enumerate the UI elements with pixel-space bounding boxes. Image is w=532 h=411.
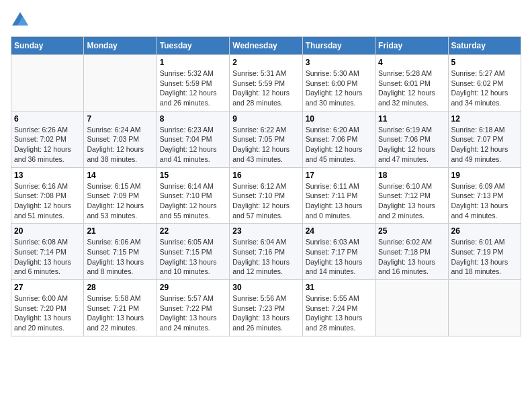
day-number: 11 — [378, 114, 445, 124]
day-number: 7 — [87, 114, 153, 124]
day-info: Sunrise: 5:58 AMSunset: 7:21 PMDaylight:… — [87, 293, 153, 333]
calendar-cell: 2Sunrise: 5:31 AMSunset: 5:59 PMDaylight… — [230, 55, 302, 111]
day-info: Sunrise: 6:23 AMSunset: 7:04 PMDaylight:… — [160, 125, 226, 165]
calendar-cell: 17Sunrise: 6:11 AMSunset: 7:11 PMDayligh… — [302, 167, 375, 224]
day-number: 3 — [306, 58, 372, 67]
day-info: Sunrise: 6:14 AMSunset: 7:10 PMDaylight:… — [160, 181, 226, 221]
calendar-cell — [375, 280, 448, 336]
calendar-cell — [84, 55, 157, 111]
logo — [11, 11, 32, 30]
day-info: Sunrise: 6:10 AMSunset: 7:12 PMDaylight:… — [378, 181, 445, 221]
calendar-cell: 5Sunrise: 5:27 AMSunset: 6:02 PMDaylight… — [448, 55, 521, 111]
day-number: 4 — [378, 58, 445, 67]
day-info: Sunrise: 6:03 AMSunset: 7:17 PMDaylight:… — [306, 237, 372, 277]
calendar-header-wednesday: Wednesday — [230, 37, 302, 55]
logo-icon — [11, 11, 30, 30]
day-info: Sunrise: 5:32 AMSunset: 5:59 PMDaylight:… — [160, 68, 226, 108]
calendar-cell: 8Sunrise: 6:23 AMSunset: 7:04 PMDaylight… — [157, 111, 229, 167]
day-number: 23 — [232, 226, 299, 236]
calendar-cell: 1Sunrise: 5:32 AMSunset: 5:59 PMDaylight… — [157, 55, 229, 111]
day-info: Sunrise: 6:01 AMSunset: 7:19 PMDaylight:… — [451, 237, 518, 277]
day-info: Sunrise: 5:55 AMSunset: 7:24 PMDaylight:… — [306, 293, 372, 333]
day-info: Sunrise: 6:04 AMSunset: 7:16 PMDaylight:… — [232, 237, 299, 277]
day-number: 2 — [232, 58, 299, 67]
calendar-header-saturday: Saturday — [448, 37, 521, 55]
day-info: Sunrise: 6:11 AMSunset: 7:11 PMDaylight:… — [306, 181, 372, 221]
calendar-cell: 21Sunrise: 6:06 AMSunset: 7:15 PMDayligh… — [84, 224, 157, 280]
day-info: Sunrise: 6:15 AMSunset: 7:09 PMDaylight:… — [87, 181, 153, 221]
calendar-cell: 24Sunrise: 6:03 AMSunset: 7:17 PMDayligh… — [302, 224, 375, 280]
day-info: Sunrise: 6:12 AMSunset: 7:10 PMDaylight:… — [232, 181, 299, 221]
day-info: Sunrise: 6:09 AMSunset: 7:13 PMDaylight:… — [451, 181, 518, 221]
calendar-cell — [11, 55, 84, 111]
calendar-cell: 26Sunrise: 6:01 AMSunset: 7:19 PMDayligh… — [448, 224, 521, 280]
day-number: 14 — [87, 171, 153, 180]
day-number: 17 — [306, 171, 372, 180]
day-number: 1 — [160, 58, 226, 67]
calendar-cell: 20Sunrise: 6:08 AMSunset: 7:14 PMDayligh… — [11, 224, 84, 280]
day-number: 29 — [160, 283, 226, 292]
calendar-cell: 16Sunrise: 6:12 AMSunset: 7:10 PMDayligh… — [230, 167, 302, 224]
day-info: Sunrise: 6:16 AMSunset: 7:08 PMDaylight:… — [14, 181, 81, 221]
calendar-cell: 12Sunrise: 6:18 AMSunset: 7:07 PMDayligh… — [448, 111, 521, 167]
calendar-header-monday: Monday — [84, 37, 157, 55]
page-header — [11, 11, 521, 30]
day-info: Sunrise: 6:22 AMSunset: 7:05 PMDaylight:… — [232, 125, 299, 165]
day-number: 25 — [378, 226, 445, 236]
day-number: 10 — [306, 114, 372, 124]
day-number: 22 — [160, 226, 226, 236]
calendar-table: SundayMondayTuesdayWednesdayThursdayFrid… — [11, 36, 521, 336]
day-number: 13 — [14, 171, 81, 180]
day-info: Sunrise: 6:05 AMSunset: 7:15 PMDaylight:… — [160, 237, 226, 277]
day-number: 24 — [306, 226, 372, 236]
day-info: Sunrise: 5:56 AMSunset: 7:23 PMDaylight:… — [232, 293, 299, 333]
day-info: Sunrise: 6:19 AMSunset: 7:06 PMDaylight:… — [378, 125, 445, 165]
calendar-header-friday: Friday — [375, 37, 448, 55]
calendar-header-thursday: Thursday — [302, 37, 375, 55]
calendar-cell: 18Sunrise: 6:10 AMSunset: 7:12 PMDayligh… — [375, 167, 448, 224]
day-number: 8 — [160, 114, 226, 124]
calendar-cell: 3Sunrise: 5:30 AMSunset: 6:00 PMDaylight… — [302, 55, 375, 111]
calendar-week-4: 20Sunrise: 6:08 AMSunset: 7:14 PMDayligh… — [11, 224, 521, 280]
day-info: Sunrise: 6:06 AMSunset: 7:15 PMDaylight:… — [87, 237, 153, 277]
calendar-cell: 6Sunrise: 6:26 AMSunset: 7:02 PMDaylight… — [11, 111, 84, 167]
calendar-cell: 22Sunrise: 6:05 AMSunset: 7:15 PMDayligh… — [157, 224, 229, 280]
calendar-cell: 9Sunrise: 6:22 AMSunset: 7:05 PMDaylight… — [230, 111, 302, 167]
calendar-cell: 25Sunrise: 6:02 AMSunset: 7:18 PMDayligh… — [375, 224, 448, 280]
day-info: Sunrise: 6:02 AMSunset: 7:18 PMDaylight:… — [378, 237, 445, 277]
day-info: Sunrise: 5:57 AMSunset: 7:22 PMDaylight:… — [160, 293, 226, 333]
day-number: 20 — [14, 226, 81, 236]
calendar-cell: 27Sunrise: 6:00 AMSunset: 7:20 PMDayligh… — [11, 280, 84, 336]
calendar-cell: 23Sunrise: 6:04 AMSunset: 7:16 PMDayligh… — [230, 224, 302, 280]
calendar-header-sunday: Sunday — [11, 37, 84, 55]
day-number: 9 — [232, 114, 299, 124]
day-info: Sunrise: 6:20 AMSunset: 7:06 PMDaylight:… — [306, 125, 372, 165]
calendar-week-1: 1Sunrise: 5:32 AMSunset: 5:59 PMDaylight… — [11, 55, 521, 111]
calendar-cell: 13Sunrise: 6:16 AMSunset: 7:08 PMDayligh… — [11, 167, 84, 224]
day-info: Sunrise: 6:08 AMSunset: 7:14 PMDaylight:… — [14, 237, 81, 277]
day-info: Sunrise: 6:18 AMSunset: 7:07 PMDaylight:… — [451, 125, 518, 165]
day-number: 15 — [160, 171, 226, 180]
day-info: Sunrise: 6:24 AMSunset: 7:03 PMDaylight:… — [87, 125, 153, 165]
day-number: 26 — [451, 226, 518, 236]
calendar-header-tuesday: Tuesday — [157, 37, 229, 55]
calendar-cell: 28Sunrise: 5:58 AMSunset: 7:21 PMDayligh… — [84, 280, 157, 336]
day-number: 19 — [451, 171, 518, 180]
calendar-body: 1Sunrise: 5:32 AMSunset: 5:59 PMDaylight… — [11, 55, 521, 336]
calendar-cell: 4Sunrise: 5:28 AMSunset: 6:01 PMDaylight… — [375, 55, 448, 111]
calendar-week-2: 6Sunrise: 6:26 AMSunset: 7:02 PMDaylight… — [11, 111, 521, 167]
day-info: Sunrise: 5:30 AMSunset: 6:00 PMDaylight:… — [306, 68, 372, 108]
day-number: 28 — [87, 283, 153, 292]
day-number: 5 — [451, 58, 518, 67]
calendar-cell — [448, 280, 521, 336]
day-number: 30 — [232, 283, 299, 292]
calendar-cell: 10Sunrise: 6:20 AMSunset: 7:06 PMDayligh… — [302, 111, 375, 167]
calendar-cell: 15Sunrise: 6:14 AMSunset: 7:10 PMDayligh… — [157, 167, 229, 224]
calendar-cell: 19Sunrise: 6:09 AMSunset: 7:13 PMDayligh… — [448, 167, 521, 224]
calendar-cell: 14Sunrise: 6:15 AMSunset: 7:09 PMDayligh… — [84, 167, 157, 224]
day-info: Sunrise: 6:00 AMSunset: 7:20 PMDaylight:… — [14, 293, 81, 333]
day-info: Sunrise: 5:27 AMSunset: 6:02 PMDaylight:… — [451, 68, 518, 108]
day-number: 21 — [87, 226, 153, 236]
day-info: Sunrise: 5:31 AMSunset: 5:59 PMDaylight:… — [232, 68, 299, 108]
day-number: 27 — [14, 283, 81, 292]
